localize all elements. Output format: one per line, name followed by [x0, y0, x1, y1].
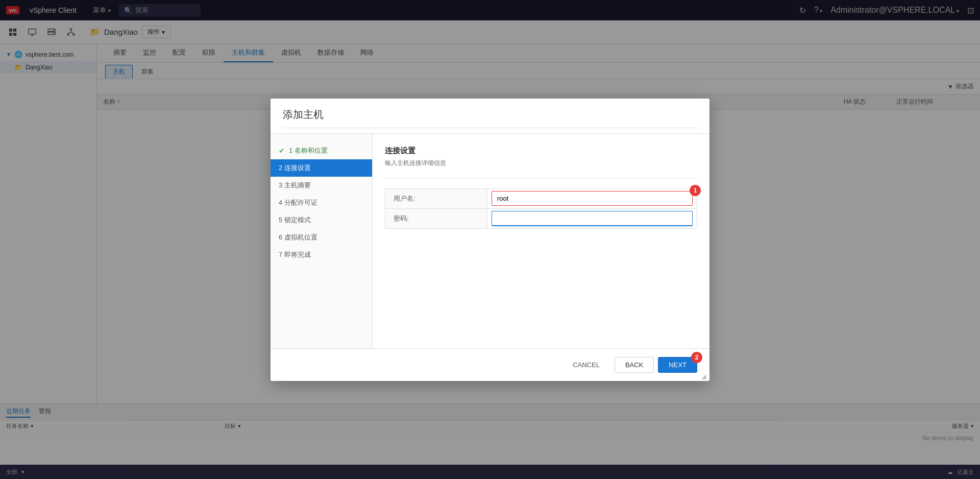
- password-row: 密码:: [385, 208, 697, 229]
- password-label: 密码:: [385, 209, 487, 228]
- cancel-button[interactable]: CANCEL: [562, 357, 610, 373]
- modal-step-6[interactable]: 6 虚拟机位置: [271, 229, 372, 246]
- modal-step-4[interactable]: 4 分配许可证: [271, 194, 372, 211]
- step-4-label: 4 分配许可证: [279, 198, 317, 207]
- step-1-label: 1 名称和位置: [289, 146, 328, 155]
- modal-steps: ✔ 1 名称和位置 2 连接设置 3 主机摘要 4 分配许可证 5 锁定模式: [271, 134, 373, 348]
- modal-overlay: 添加主机 ✔ 1 名称和位置 2 连接设置 3 主机摘要: [0, 0, 980, 479]
- modal-section-subtitle: 输入主机连接详细信息: [385, 159, 697, 167]
- step-7-label: 7 即将完成: [279, 250, 311, 259]
- modal-step-3[interactable]: 3 主机摘要: [271, 177, 372, 194]
- modal-footer: CANCEL BACK NEXT 2: [271, 348, 709, 381]
- badge-1: 1: [690, 185, 701, 196]
- badge-2: 2: [691, 352, 702, 363]
- modal-step-2[interactable]: 2 连接设置: [271, 159, 372, 177]
- step-6-label: 6 虚拟机位置: [279, 233, 317, 242]
- modal-divider: [385, 178, 697, 178]
- step-2-label: 2 连接设置: [279, 163, 311, 173]
- modal-content: 连接设置 输入主机连接详细信息 用户名: 1 密码:: [373, 134, 709, 348]
- password-field-wrapper: [487, 209, 697, 228]
- modal-body: ✔ 1 名称和位置 2 连接设置 3 主机摘要 4 分配许可证 5 锁定模式: [271, 134, 709, 348]
- step-5-label: 5 锁定模式: [279, 215, 311, 225]
- modal-step-7[interactable]: 7 即将完成: [271, 246, 372, 264]
- back-button[interactable]: BACK: [615, 357, 654, 373]
- modal-step-1[interactable]: ✔ 1 名称和位置: [271, 142, 372, 159]
- modal-resize-handle[interactable]: ◢: [701, 373, 707, 379]
- modal-step-5[interactable]: 5 锁定模式: [271, 211, 372, 229]
- step-3-label: 3 主机摘要: [279, 181, 311, 190]
- username-input[interactable]: [492, 191, 693, 206]
- username-row: 用户名: 1: [385, 188, 697, 209]
- username-field-wrapper: 1: [487, 189, 697, 208]
- add-host-modal: 添加主机 ✔ 1 名称和位置 2 连接设置 3 主机摘要: [271, 99, 709, 381]
- modal-header: 添加主机: [271, 99, 709, 134]
- password-input[interactable]: [492, 211, 693, 226]
- check-icon: ✔: [279, 147, 285, 155]
- username-label: 用户名:: [385, 189, 487, 208]
- modal-section-title: 连接设置: [385, 146, 697, 156]
- modal-title: 添加主机: [283, 108, 697, 122]
